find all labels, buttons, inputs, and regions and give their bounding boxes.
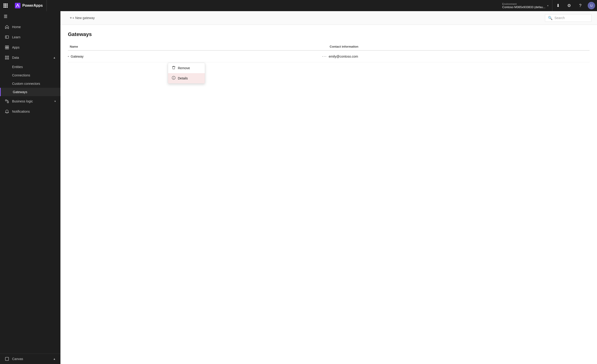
topbar: PowerApps Environment Contoso M365x93383… [0, 0, 597, 11]
sidebar-toggle[interactable]: ☰ [0, 11, 60, 22]
remove-label: Remove [178, 66, 190, 70]
sidebar-bottom-canvas[interactable]: Canvas ▲ [0, 354, 60, 364]
sidebar-bottom: Canvas ▲ [0, 354, 60, 364]
brand: PowerApps [11, 0, 47, 11]
sidebar-item-apps-label: Apps [12, 46, 56, 49]
search-bar[interactable]: 🔍 Search [545, 14, 591, 22]
svg-rect-21 [5, 357, 9, 361]
col-contact-header: Contact information [330, 45, 589, 48]
learn-icon [5, 35, 9, 39]
sidebar-item-home[interactable]: Home [0, 22, 60, 32]
svg-rect-12 [7, 46, 9, 47]
brand-title: PowerApps [22, 3, 43, 8]
svg-rect-1 [5, 3, 6, 5]
sidebar-item-apps[interactable]: Apps [0, 42, 60, 53]
business-logic-icon [5, 99, 9, 104]
row-name-cell: Gateway ··· [68, 54, 329, 59]
svg-rect-6 [3, 7, 5, 8]
sidebar-item-learn[interactable]: Learn [0, 32, 60, 42]
new-gateway-label: + New gateway [72, 16, 95, 20]
sidebar-sub-custom-connectors-label: Custom connectors [12, 82, 40, 85]
details-label: Details [178, 76, 188, 80]
search-placeholder: Search [554, 16, 565, 20]
details-icon [172, 76, 175, 81]
sidebar-item-business-logic[interactable]: Business logic ▾ [0, 96, 60, 106]
page-content: Gateways Name Contact information Gatewa… [60, 25, 597, 364]
svg-rect-3 [3, 5, 5, 6]
svg-rect-13 [5, 48, 7, 49]
sidebar-sub-entities-label: Entities [12, 65, 23, 69]
svg-rect-10 [5, 36, 9, 38]
svg-rect-16 [8, 56, 9, 57]
main-layout: ☰ Home Learn Apps Data ▲ [0, 11, 597, 364]
avatar[interactable]: U [588, 2, 595, 9]
sidebar-bottom-canvas-label: Canvas [12, 357, 53, 361]
waffle-button[interactable] [0, 0, 11, 11]
sidebar-sub-gateways[interactable]: Gateways [0, 88, 60, 96]
svg-rect-14 [7, 48, 9, 49]
env-name: Contoso M365x933833 (defau... [502, 5, 545, 9]
context-menu-remove[interactable]: Remove [168, 63, 205, 73]
context-menu-details[interactable]: Details [168, 73, 205, 83]
svg-point-24 [173, 77, 174, 77]
svg-rect-17 [5, 58, 7, 59]
settings-button[interactable]: ⚙ [564, 0, 575, 11]
apps-icon [5, 45, 9, 50]
sidebar-item-learn-label: Learn [12, 35, 56, 39]
svg-rect-22 [172, 67, 175, 67]
row-contact-cell: emily@contoso.com [329, 55, 589, 58]
gateway-name: Gateway [71, 55, 320, 58]
download-button[interactable]: ⬇ [552, 0, 564, 11]
svg-rect-15 [5, 56, 7, 57]
home-icon [5, 25, 9, 29]
sidebar: ☰ Home Learn Apps Data ▲ [0, 11, 60, 364]
sidebar-sub-entities[interactable]: Entities [0, 63, 60, 71]
sidebar-item-data[interactable]: Data ▲ [0, 53, 60, 63]
chevron-down-icon: ▾ [547, 4, 548, 7]
help-button[interactable]: ? [575, 0, 586, 11]
plus-icon: + [70, 16, 72, 20]
svg-rect-11 [5, 46, 7, 47]
svg-point-19 [5, 100, 7, 101]
svg-rect-4 [5, 5, 6, 6]
sidebar-item-business-logic-label: Business logic [12, 99, 55, 103]
data-icon [5, 55, 9, 60]
canvas-icon [5, 356, 9, 361]
table-header: Name Contact information [68, 43, 589, 51]
toolbar: + + New gateway 🔍 Search [60, 11, 597, 25]
sidebar-item-notifications-label: Notifications [12, 110, 56, 113]
sidebar-sub-connections[interactable]: Connections [0, 71, 60, 79]
chevron-up-icon: ▲ [53, 56, 56, 59]
sidebar-sub-connections-label: Connections [12, 73, 30, 77]
env-label: Environment [502, 3, 545, 5]
svg-rect-8 [7, 7, 8, 8]
svg-point-20 [7, 101, 9, 103]
svg-rect-5 [7, 5, 8, 6]
new-gateway-button[interactable]: + + New gateway [66, 14, 98, 22]
content-area: + + New gateway 🔍 Search Gateways Name C… [60, 11, 597, 364]
table-row: Gateway ··· emily@contoso.com [68, 51, 589, 62]
topbar-actions: ⬇ ⚙ ? U [552, 0, 597, 11]
svg-rect-7 [5, 7, 6, 8]
sidebar-sub-custom-connectors[interactable]: Custom connectors [0, 79, 60, 88]
svg-rect-18 [8, 58, 9, 59]
chevron-down-icon-bl: ▾ [55, 100, 56, 103]
context-menu: Remove Details [168, 63, 205, 84]
notifications-icon [5, 109, 9, 114]
search-icon: 🔍 [548, 16, 553, 20]
chevron-up-icon-canvas: ▲ [53, 357, 56, 361]
sidebar-item-data-label: Data [12, 56, 53, 60]
page-title: Gateways [68, 31, 589, 38]
environment-selector[interactable]: Environment Contoso M365x933833 (defau..… [498, 0, 552, 11]
svg-rect-0 [3, 3, 5, 5]
sidebar-sub-gateways-label: Gateways [13, 90, 27, 94]
more-options-button[interactable]: ··· [320, 54, 329, 59]
remove-icon [172, 66, 175, 70]
sidebar-item-notifications[interactable]: Notifications [0, 106, 60, 117]
sidebar-item-home-label: Home [12, 25, 56, 29]
row-indicator [68, 56, 69, 57]
svg-rect-2 [7, 3, 8, 5]
toolbar-right: 🔍 Search [545, 14, 591, 22]
col-name-header: Name [68, 45, 330, 48]
